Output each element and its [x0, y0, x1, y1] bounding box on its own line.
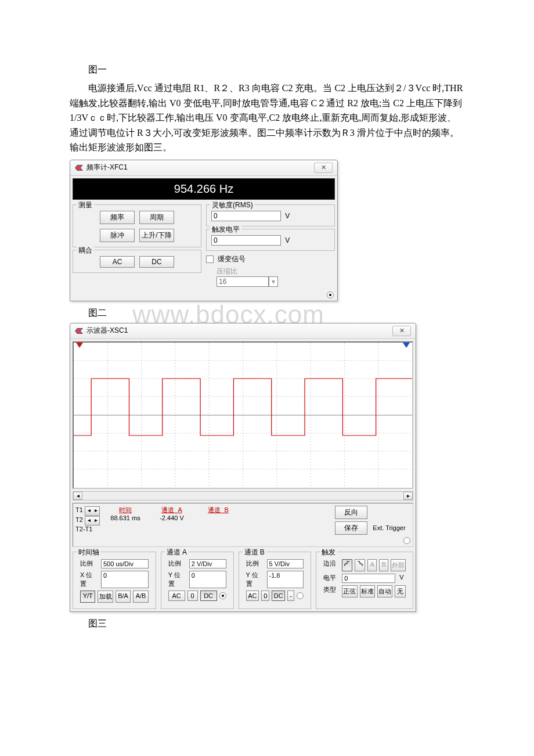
body-paragraph: 电源接通后,Vcc 通过电阻 R1、R２、R3 向电容 C2 充电。当 C2 上…	[70, 81, 464, 155]
cha-radio[interactable]	[219, 592, 226, 599]
t1-spinner[interactable]: ◂▸	[85, 506, 100, 516]
group-label: 测量	[77, 200, 94, 210]
frequency-display: 954.266 Hz	[73, 178, 335, 200]
channel-b-group: 通道 B 比例 5 V/Div Y 位置 -1.8 AC 0 DC -	[239, 552, 312, 609]
dialog-title: 频率计-XFC1	[86, 163, 128, 172]
measure-group: 测量 频率 周期 脉冲 上升/下降	[73, 204, 201, 247]
save-button[interactable]: 保存	[335, 521, 367, 535]
timebase-group: 时间轴 比例 500 us/Div X 位置 0 Y/T 加载 B/A A/B	[73, 552, 156, 609]
sensitivity-input[interactable]: 0	[211, 211, 281, 221]
chb-dc-button[interactable]: DC	[272, 591, 285, 601]
edge-fall-button[interactable]	[355, 559, 365, 571]
chb-ac-button[interactable]: AC	[246, 591, 259, 601]
fig3-caption: 图三	[70, 618, 464, 630]
rise-fall-button[interactable]: 上升/下降	[139, 229, 174, 242]
cha-0-button[interactable]: 0	[187, 591, 198, 601]
frequency-counter-dialog: 频率计-XFC1 ✕ 954.266 Hz 测量 频率 周期 脉冲 上升/下降	[70, 160, 338, 301]
scale-label: 比例	[80, 559, 99, 568]
edge-label: 边沿	[323, 559, 340, 571]
chb-0-button[interactable]: 0	[261, 591, 269, 601]
cursor-panel: T1 ◂▸ T2 ◂▸ T2-T1 时间 88.631 ms 通道_A -2.4…	[73, 503, 413, 547]
trig-norm-button[interactable]: 标准	[360, 585, 375, 597]
chb-ypos-input[interactable]: -1.8	[267, 571, 304, 588]
slow-signal-label: 缓变信号	[218, 255, 246, 263]
t2-spinner[interactable]: ◂▸	[85, 516, 100, 525]
cha-ac-button[interactable]: AC	[168, 591, 185, 601]
scroll-left-icon[interactable]: ◂	[73, 492, 82, 500]
t1-time-value: 88.631 ms	[102, 514, 149, 521]
time-header: 时间	[102, 506, 149, 514]
mode-radio[interactable]	[327, 291, 334, 298]
cha-scale-input[interactable]: 2 V/Div	[189, 559, 226, 568]
trigger-level-input[interactable]: 0	[211, 235, 281, 246]
t1-cha-value: -2.440 V	[149, 514, 195, 521]
cha-header: 通道_A	[149, 506, 195, 514]
close-button[interactable]: ✕	[314, 163, 333, 173]
group-label: 时间轴	[77, 548, 101, 557]
svg-marker-21	[403, 343, 410, 348]
ext-trigger-radio[interactable]	[403, 537, 410, 544]
unit-label: V	[398, 574, 406, 583]
waveform-scrollbar[interactable]: ◂ ▸	[73, 491, 413, 501]
add-button[interactable]: 加载	[98, 591, 113, 603]
cha-ypos-input[interactable]: 0	[189, 571, 226, 588]
group-label: 触发	[320, 548, 337, 557]
dc-button[interactable]: DC	[139, 256, 174, 268]
freq-button[interactable]: 频率	[100, 211, 135, 224]
titlebar[interactable]: 频率计-XFC1 ✕	[70, 160, 337, 176]
timebase-scale-input[interactable]: 500 us/Div	[101, 559, 149, 568]
xpos-input[interactable]: 0	[101, 571, 149, 588]
scope-screen[interactable]	[73, 341, 413, 489]
level-label: 电平	[323, 574, 340, 583]
reverse-button[interactable]: 反向	[335, 506, 367, 519]
ratio-label: 压缩比	[217, 267, 335, 276]
ext-trigger-label: Ext. Trigger	[373, 524, 405, 531]
trigger-level-group: 触发电平 0 V	[206, 229, 335, 251]
trig-b-button[interactable]: B	[379, 559, 388, 571]
svg-marker-20	[76, 343, 83, 348]
coupling-group: 耦合 AC DC	[73, 250, 201, 273]
dialog-title: 示波器-XSC1	[86, 326, 128, 336]
titlebar[interactable]: 示波器-XSC1 ✕	[70, 323, 416, 339]
trigger-group: 触发 边沿 A B 外部 电平	[316, 552, 413, 609]
trig-a-button[interactable]: A	[367, 559, 377, 571]
trig-level-input[interactable]: 0	[342, 574, 395, 583]
trig-auto-button[interactable]: 自动	[377, 585, 392, 597]
cursor-t2-marker[interactable]	[403, 343, 410, 348]
rising-edge-icon	[344, 561, 350, 567]
scroll-right-icon[interactable]: ▸	[403, 492, 413, 500]
close-button[interactable]: ✕	[392, 326, 411, 336]
ba-button[interactable]: B/A	[116, 591, 131, 603]
period-button[interactable]: 周期	[139, 211, 174, 224]
scale-label: 比例	[246, 559, 265, 568]
ab-button[interactable]: A/B	[133, 591, 148, 603]
close-icon: ✕	[321, 164, 326, 171]
edge-rise-button[interactable]	[342, 559, 352, 571]
ac-button[interactable]: AC	[100, 256, 135, 268]
chb-minus-button[interactable]: -	[287, 591, 294, 601]
group-label: 耦合	[77, 246, 94, 255]
trig-sine-button[interactable]: 正弦	[342, 585, 357, 597]
trig-none-button[interactable]: 无	[395, 585, 406, 597]
cha-dc-button[interactable]: DC	[200, 591, 217, 601]
fig1-caption: 图一	[70, 64, 464, 76]
falling-edge-icon	[357, 561, 363, 567]
unit-label: V	[285, 236, 290, 244]
slow-signal-checkbox[interactable]	[206, 255, 214, 263]
chb-header: 通道_B	[195, 506, 241, 514]
t2-label: T2	[75, 516, 83, 523]
app-icon	[75, 328, 83, 334]
cursor-t1-marker[interactable]	[76, 343, 83, 348]
sensitivity-group: 灵敏度(RMS) 0 V	[206, 204, 335, 226]
chb-radio[interactable]	[297, 592, 304, 599]
chb-scale-input[interactable]: 5 V/Div	[267, 559, 304, 568]
unit-label: V	[285, 212, 290, 220]
type-label: 类型	[323, 585, 340, 597]
yt-button[interactable]: Y/T	[80, 591, 95, 603]
app-icon	[75, 165, 83, 171]
trig-ext-button[interactable]: 外部	[391, 559, 406, 571]
ypos-label: Y 位置	[246, 571, 265, 588]
delta-label: T2-T1	[75, 525, 102, 532]
pulse-button[interactable]: 脉冲	[100, 229, 135, 242]
oscilloscope-dialog: 示波器-XSC1 ✕	[70, 323, 416, 612]
